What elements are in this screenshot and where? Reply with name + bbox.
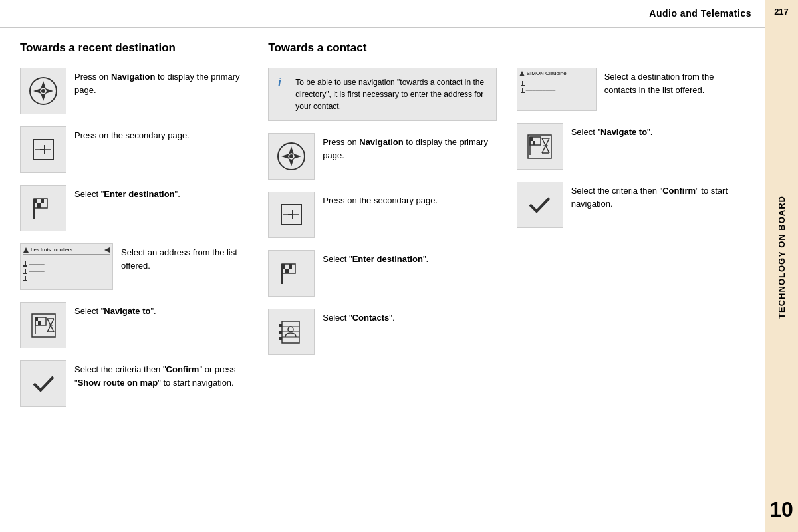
confirm-icon-2: [525, 190, 555, 220]
svg-rect-70: [533, 141, 535, 145]
right-sidebar: 217 TECHNOLOGY on BOARD 10: [765, 0, 798, 532]
svg-rect-23: [23, 280, 27, 281]
step3-text: Select "Enter destination".: [74, 185, 180, 201]
secondary-page-icon-box-2: [268, 192, 315, 238]
svg-rect-13: [37, 203, 41, 208]
svg-marker-16: [23, 247, 29, 253]
step-row: Select "Enter destination".: [20, 185, 248, 231]
svg-rect-18: [25, 261, 26, 265]
step6-text: Select the criteria then "Confirm" or pr…: [74, 360, 248, 389]
step-row: Select the criteria then "Confirm" to st…: [517, 182, 745, 228]
compass-icon: [27, 74, 60, 108]
confirm-icon: [29, 369, 59, 399]
compass-icon-box-2: [268, 133, 315, 180]
chapter-number: 10: [769, 497, 793, 522]
navigate-to-icon: [29, 311, 59, 340]
svg-rect-46: [285, 264, 289, 269]
step-row: Press on Navigation to display the prima…: [268, 133, 496, 180]
compass-icon-2: [275, 140, 308, 173]
flag-icon: [29, 194, 59, 223]
svg-rect-20: [25, 269, 26, 273]
step3-text-s3: Select the criteria then "Confirm" to st…: [571, 182, 745, 210]
navigate-to-icon-2: [525, 132, 555, 162]
step-row: Press on Navigation to display the prima…: [20, 68, 248, 114]
page-header: Audio and Telematics: [0, 0, 765, 28]
step2-text-s2: Press on the secondary page.: [323, 192, 438, 207]
svg-marker-17: [104, 247, 110, 253]
step4-text-s2: Select "Contacts".: [323, 309, 394, 325]
svg-rect-57: [279, 324, 282, 327]
step5-text: Select "Navigate to".: [74, 302, 156, 318]
navigate-to-icon-box-2: [517, 123, 563, 170]
secondary-page-icon-box: [20, 126, 66, 173]
section2-title: Towards a contact: [268, 41, 496, 55]
svg-rect-10: [37, 199, 41, 203]
svg-rect-59: [279, 337, 282, 340]
screen-body: ──── ──── ────: [23, 256, 110, 287]
header-title: Audio and Telematics: [649, 8, 751, 19]
step3-text-s2: Select "Enter destination".: [323, 250, 428, 266]
svg-rect-58: [279, 331, 282, 334]
svg-point-56: [288, 327, 293, 332]
section-contact: Towards a contact i To be able to use na…: [268, 41, 496, 519]
content-area: Towards a recent destination Press on Na…: [0, 28, 765, 532]
step2-text-s3: Select "Navigate to".: [571, 123, 653, 139]
svg-rect-22: [25, 276, 26, 280]
confirm-icon-box: [20, 360, 66, 407]
confirm-icon-box-2: [517, 182, 563, 228]
svg-marker-37: [289, 146, 294, 154]
step-row: SIMON Claudine ───────── ───────── Selec: [517, 68, 745, 111]
step-row: Press on the secondary page.: [20, 126, 248, 173]
svg-marker-38: [289, 158, 294, 166]
step-row: Select "Navigate to".: [517, 123, 745, 170]
step2-text: Press on the secondary page.: [74, 126, 190, 142]
svg-marker-4: [45, 88, 53, 94]
navigate-to-icon-box: [20, 302, 66, 348]
svg-point-41: [289, 154, 293, 158]
section-contact-continued: SIMON Claudine ───────── ───────── Selec: [517, 41, 745, 519]
svg-rect-27: [38, 317, 41, 321]
step-row: Les trois moutiers ──── ──── ──── Select…: [20, 243, 248, 290]
section-recent-destination: Towards a recent destination Press on Na…: [20, 41, 248, 519]
info-text: To be able to use navigation "towards a …: [295, 76, 486, 112]
step1-text-s3: Select a destination from the contacts i…: [604, 68, 745, 96]
compass-icon-box: [20, 68, 66, 114]
svg-rect-47: [289, 264, 292, 269]
step-row: Select "Navigate to".: [20, 302, 248, 348]
page-number: 217: [774, 7, 789, 17]
contact-header: SIMON Claudine: [519, 70, 594, 78]
svg-marker-60: [519, 71, 525, 76]
svg-rect-50: [289, 269, 292, 273]
step1-text: Press on Navigation to display the prima…: [74, 68, 248, 96]
svg-marker-40: [293, 154, 301, 159]
info-box: i To be able to use navigation "towards …: [268, 68, 496, 121]
info-icon: i: [278, 76, 289, 88]
secondary-page-icon: [30, 136, 57, 163]
step-row: Select the criteria then "Confirm" or pr…: [20, 360, 248, 407]
svg-rect-29: [38, 321, 41, 325]
step4-text: Select an address from the list offered.: [121, 243, 248, 272]
contacts-icon: [277, 317, 307, 347]
flag-icon-box-2: [268, 250, 315, 297]
vertical-label: TECHNOLOGY on BOARD: [777, 196, 787, 319]
svg-marker-1: [41, 81, 46, 89]
step-row: Press on the secondary page.: [268, 192, 496, 238]
screen-header: Les trois moutiers: [23, 247, 110, 255]
svg-marker-2: [41, 93, 46, 101]
svg-rect-61: [522, 81, 523, 85]
vertical-text-container: TECHNOLOGY on BOARD: [777, 17, 787, 497]
secondary-page-icon-2: [278, 201, 305, 228]
address-list-screen: Les trois moutiers ──── ──── ────: [20, 243, 113, 290]
svg-rect-49: [285, 269, 289, 273]
svg-rect-11: [41, 199, 44, 203]
step-row: Select "Enter destination".: [268, 250, 496, 297]
step-row: Select "Contacts".: [268, 309, 496, 355]
svg-rect-64: [521, 92, 525, 93]
contact-screen: SIMON Claudine ───────── ─────────: [517, 68, 597, 111]
svg-marker-3: [33, 88, 41, 94]
svg-rect-19: [23, 265, 27, 267]
svg-rect-21: [23, 273, 27, 274]
main-content: Audio and Telematics Towards a recent de…: [0, 0, 765, 532]
svg-rect-68: [533, 137, 535, 141]
svg-marker-39: [281, 154, 289, 159]
